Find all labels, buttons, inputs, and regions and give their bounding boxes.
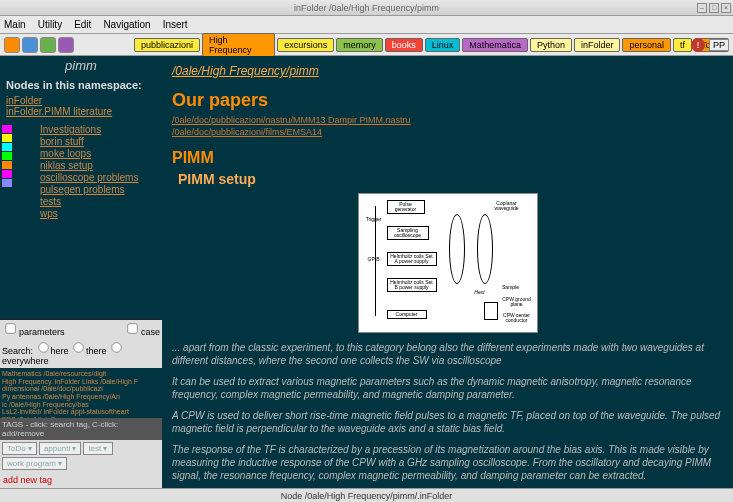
mark-icon[interactable]	[2, 143, 12, 151]
search-there-radio[interactable]	[73, 342, 83, 352]
tool-icon-2[interactable]	[22, 37, 38, 53]
tag-button[interactable]: ToDo ▾	[2, 442, 37, 455]
mark-icon[interactable]	[2, 179, 12, 187]
menu-insert[interactable]: Insert	[163, 19, 188, 30]
search-row: Search: here there everywhere	[0, 339, 162, 368]
close-button[interactable]: ×	[721, 3, 731, 13]
sidebar-sublink[interactable]: tests	[40, 196, 162, 207]
breadcrumb[interactable]: /0ale/High Frequency/pimm	[172, 64, 319, 78]
paper-link-2[interactable]: /0ale/doc/pubblicazioni/films/EMSA14	[172, 127, 723, 137]
dg-helmB: Helmholtz coils Set B power supply	[387, 278, 437, 292]
mark-icon[interactable]	[2, 125, 12, 133]
dg-cpwg: CPW ground plane	[499, 296, 535, 308]
tag-high-frequency[interactable]: High Frequency	[202, 33, 275, 57]
menu-main[interactable]: Main	[4, 19, 26, 30]
dg-coil-a	[449, 214, 465, 284]
menu-navigation[interactable]: Navigation	[103, 19, 150, 30]
dg-connector	[484, 302, 498, 320]
dg-hext: Hext	[471, 289, 489, 296]
log-line[interactable]: Mathematics /0ale/resources/digit	[2, 370, 160, 378]
params-checkbox[interactable]	[5, 323, 15, 333]
dg-trigger: Trigger	[363, 216, 385, 223]
tag-button[interactable]: test ▾	[83, 442, 112, 455]
tool-icon-4[interactable]	[58, 37, 74, 53]
tag-infolder[interactable]: inFolder	[574, 38, 621, 52]
sidebar-sublink[interactable]: niklas setup	[40, 160, 162, 171]
tool-icon-3[interactable]	[40, 37, 56, 53]
tag-pubblicazioni[interactable]: pubblicazioni	[134, 38, 200, 52]
dg-sample: Sample	[499, 284, 523, 291]
log-line[interactable]: LsL2-invited/ inFolder appl-statusofthea…	[2, 408, 160, 416]
case-checkbox[interactable]	[127, 323, 137, 333]
para-3: A CPW is used to deliver short rise-time…	[172, 409, 723, 435]
dg-sampling: Sampling oscilloscope	[387, 226, 429, 240]
alert-icon[interactable]: !	[691, 38, 705, 52]
sidebar-title: pimm	[0, 56, 162, 75]
sidebar-sublink[interactable]: oscilloscope problems	[40, 172, 162, 183]
sidebar-sublink[interactable]: moke loops	[40, 148, 162, 159]
dg-pulse: Pulse generator	[387, 200, 425, 214]
content-area: /0ale/High Frequency/pimm Our papers /0a…	[162, 56, 733, 488]
sidebar-sublink[interactable]: Investigations	[40, 124, 162, 135]
sidebar: pimm Nodes in this namespace: inFolder i…	[0, 56, 162, 488]
dg-computer: Computer	[387, 310, 427, 319]
titlebar: inFolder /0ale/High Frequency/pimm – □ ×	[0, 0, 733, 16]
para-2: It can be used to extract various magnet…	[172, 375, 723, 401]
tag-python[interactable]: Python	[530, 38, 572, 52]
pimm-diagram: Pulse generator Sampling oscilloscope He…	[358, 193, 538, 333]
dg-coplanar: Coplanar waveguide	[489, 200, 525, 212]
tag-memory[interactable]: memory	[336, 38, 383, 52]
dg-cpwc: CPW center conductor	[499, 312, 535, 324]
params-row: parameters case	[0, 320, 162, 339]
window-title: inFolder /0ale/High Frequency/pimm	[294, 3, 439, 13]
log-panel: Mathematics /0ale/resources/digitHigh Fr…	[0, 368, 162, 418]
maximize-button[interactable]: □	[709, 3, 719, 13]
dg-coil-b	[477, 214, 493, 284]
papers-heading: Our papers	[172, 90, 723, 111]
tag-excursions[interactable]: excursions	[277, 38, 334, 52]
menu-utility[interactable]: Utility	[38, 19, 62, 30]
mark-icon[interactable]	[2, 170, 12, 178]
mark-icon[interactable]	[2, 161, 12, 169]
pimm-heading: PIMM	[172, 149, 723, 167]
tool-icon-1[interactable]	[4, 37, 20, 53]
para-1: ... apart from the classic experiment, t…	[172, 341, 723, 367]
tags-bar: pubblicazioniHigh Frequencyexcursionsmem…	[134, 33, 729, 57]
log-line[interactable]: High Frequency. inFolder Links /0ale/Hig…	[2, 378, 160, 386]
dg-gpib: GPIB	[365, 256, 383, 263]
pp-label[interactable]: PP	[709, 39, 729, 51]
menubar: Main Utility Edit Navigation Insert	[0, 16, 733, 34]
search-here-radio[interactable]	[38, 342, 48, 352]
mark-icon[interactable]	[2, 134, 12, 142]
dg-helmA: Helmholtz coils Set A power supply	[387, 252, 437, 266]
menu-edit[interactable]: Edit	[74, 19, 91, 30]
log-line[interactable]: Py antennas /0ale/High Frequency/An	[2, 393, 160, 401]
para-4: The response of the TF is characterized …	[172, 443, 723, 482]
search-everywhere-radio[interactable]	[111, 342, 121, 352]
sidebar-sublink[interactable]: wps	[40, 208, 162, 219]
tag-button[interactable]: work program ▾	[2, 457, 67, 470]
sidebar-link-literature[interactable]: inFolder.PIMM literature	[0, 106, 162, 117]
log-line[interactable]: ic /0ale/High Frequency/bas	[2, 401, 160, 409]
log-line[interactable]: dimensional /0ale/doc/pubblicazi	[2, 385, 160, 393]
tag-mathematica[interactable]: Mathematica	[462, 38, 528, 52]
tag-tf[interactable]: tf	[673, 38, 692, 52]
tag-personal[interactable]: personal	[622, 38, 671, 52]
sidebar-link-infolder[interactable]: inFolder	[0, 95, 162, 106]
tag-linux[interactable]: Linux	[425, 38, 461, 52]
tags-strip: TAGS - click: search tag, C-click: add/r…	[0, 418, 162, 440]
status-bar: Node /0ale/High Frequency/pimm/.inFolder	[0, 488, 733, 502]
sidebar-sublink[interactable]: pulsegen problems	[40, 184, 162, 195]
sidebar-sublink[interactable]: borin stuff	[40, 136, 162, 147]
toolbar: pubblicazioniHigh Frequencyexcursionsmem…	[0, 34, 733, 56]
paper-link-1[interactable]: /0ale/doc/pubblicazioni/nastru/MMM13 Dam…	[172, 115, 723, 125]
tag-books[interactable]: books	[385, 38, 423, 52]
sidebar-heading: Nodes in this namespace:	[0, 75, 162, 95]
mark-icon[interactable]	[2, 152, 12, 160]
pimm-setup-heading: PIMM setup	[178, 171, 723, 187]
tag-button[interactable]: appunti ▾	[39, 442, 81, 455]
add-new-tag-button[interactable]: add new tag	[0, 472, 162, 488]
minimize-button[interactable]: –	[697, 3, 707, 13]
